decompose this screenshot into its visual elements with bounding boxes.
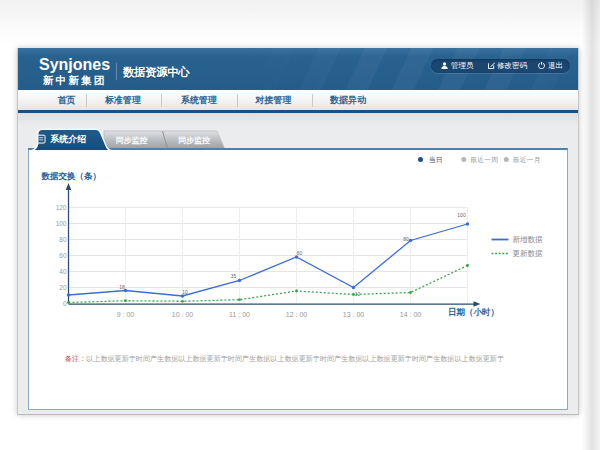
svg-text:35: 35 (231, 273, 237, 279)
svg-text:10: 10 (182, 289, 188, 295)
svg-text:100: 100 (457, 212, 466, 218)
svg-text:11 : 00: 11 : 00 (229, 311, 250, 318)
svg-text:数据交换（条）: 数据交换（条） (41, 171, 102, 181)
svg-text:系统介绍: 系统介绍 (49, 134, 86, 144)
svg-text:同步监控: 同步监控 (116, 136, 148, 145)
svg-text:100: 100 (56, 220, 67, 227)
svg-text:14 : 00: 14 : 00 (400, 311, 422, 318)
svg-text:40: 40 (59, 268, 67, 275)
svg-text:20: 20 (59, 284, 67, 291)
svg-text:日期（小时）: 日期（小时） (448, 307, 499, 317)
svg-text:12 : 00: 12 : 00 (286, 311, 308, 318)
svg-text:新增数据: 新增数据 (513, 235, 544, 244)
svg-text:同步监控: 同步监控 (178, 136, 210, 145)
svg-text:13 : 00: 13 : 00 (343, 311, 365, 318)
svg-text:更新数据: 更新数据 (513, 249, 544, 258)
svg-text:最近一周: 最近一周 (470, 156, 498, 163)
svg-text:80: 80 (403, 236, 409, 242)
svg-text:18: 18 (119, 284, 125, 290)
svg-text:10: 10 (355, 291, 361, 297)
svg-text:80: 80 (59, 236, 67, 243)
svg-text:当日: 当日 (429, 156, 443, 164)
svg-text:10 : 00: 10 : 00 (172, 311, 194, 318)
svg-text:0: 0 (63, 300, 67, 307)
svg-text:60: 60 (297, 250, 303, 256)
svg-text:60: 60 (59, 252, 67, 259)
svg-text:最近一月: 最近一月 (513, 156, 541, 164)
svg-text:9 : 00: 9 : 00 (117, 311, 135, 318)
svg-text:120: 120 (56, 204, 67, 211)
